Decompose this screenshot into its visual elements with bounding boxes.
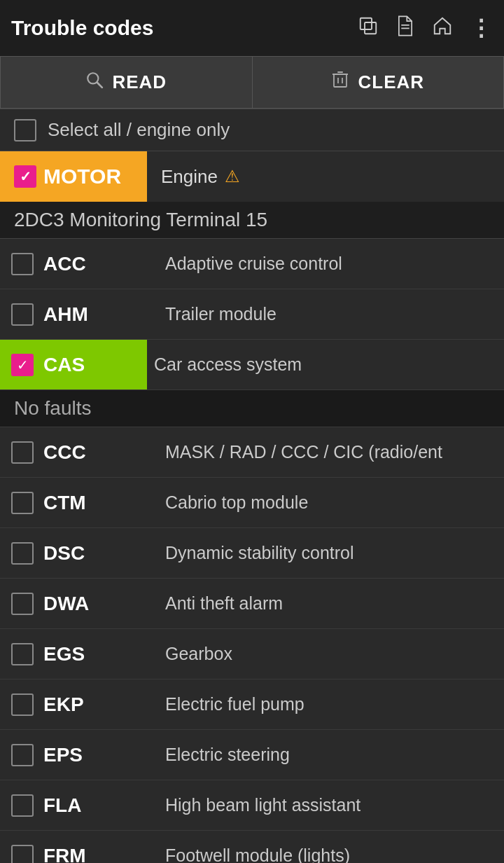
read-button[interactable]: READ bbox=[0, 56, 252, 109]
item-code: CTM bbox=[43, 492, 86, 514]
toolbar: READ CLEAR bbox=[0, 56, 504, 109]
list-item[interactable]: EPSElectric steering bbox=[0, 730, 504, 780]
motor-desc-text: Engine bbox=[161, 166, 218, 188]
item-description: Adaptive cruise control bbox=[158, 254, 493, 274]
item-code: EKP bbox=[43, 693, 84, 716]
item-checkbox[interactable] bbox=[11, 845, 34, 864]
list-item[interactable]: ACCAdaptive cruise control bbox=[0, 239, 504, 289]
read-label: READ bbox=[112, 71, 167, 93]
select-all-row[interactable]: Select all / engine only bbox=[0, 109, 504, 151]
select-all-checkbox[interactable] bbox=[14, 119, 36, 141]
clear-label: CLEAR bbox=[358, 71, 424, 93]
item-code: EPS bbox=[43, 744, 83, 766]
item-checkbox[interactable] bbox=[11, 744, 34, 766]
item-code: CCC bbox=[43, 441, 86, 464]
item-code: FLA bbox=[43, 794, 81, 817]
motor-code: MOTOR bbox=[43, 165, 121, 188]
item-checkbox[interactable] bbox=[11, 303, 34, 326]
more-icon[interactable]: ⋮ bbox=[470, 15, 493, 41]
item-code: DSC bbox=[43, 542, 85, 565]
clear-button[interactable]: CLEAR bbox=[252, 56, 505, 109]
motor-label[interactable]: ✓ MOTOR bbox=[0, 151, 147, 202]
item-checkbox[interactable] bbox=[11, 593, 34, 615]
items-list: ACCAdaptive cruise controlAHMTrailer mod… bbox=[0, 239, 504, 863]
item-description: MASK / RAD / CCC / CIC (radio/ent bbox=[158, 442, 493, 462]
item-code: ACC bbox=[43, 253, 86, 275]
delete-icon bbox=[331, 70, 349, 95]
item-code: CAS bbox=[43, 354, 85, 376]
home-icon[interactable] bbox=[432, 15, 453, 41]
item-checkbox[interactable] bbox=[11, 492, 34, 514]
search-icon bbox=[85, 71, 104, 94]
list-item[interactable]: EGSGearbox bbox=[0, 629, 504, 679]
item-code: DWA bbox=[43, 593, 89, 615]
item-checkbox[interactable] bbox=[11, 542, 34, 565]
item-description: Electric fuel pump bbox=[158, 694, 493, 714]
svg-line-5 bbox=[97, 83, 102, 88]
list-item[interactable]: CCCMASK / RAD / CCC / CIC (radio/ent bbox=[0, 427, 504, 478]
svg-rect-6 bbox=[334, 74, 346, 87]
motor-description: Engine ⚠ bbox=[147, 166, 240, 188]
item-description: Gearbox bbox=[158, 644, 493, 664]
copy-icon[interactable] bbox=[358, 15, 379, 41]
header: Trouble codes ⋮ bbox=[0, 0, 504, 56]
item-code: EGS bbox=[43, 643, 85, 665]
item-checkbox[interactable] bbox=[11, 693, 34, 716]
item-description: Car access system bbox=[147, 354, 493, 375]
item-description: Footwell module (lights) bbox=[158, 845, 493, 863]
select-all-label: Select all / engine only bbox=[48, 119, 230, 141]
item-description: Anti theft alarm bbox=[158, 593, 493, 614]
list-item[interactable]: CTMCabrio top module bbox=[0, 478, 504, 528]
header-icons: ⋮ bbox=[358, 15, 493, 42]
motor-checkbox[interactable]: ✓ bbox=[14, 165, 36, 188]
item-checkbox[interactable]: ✓ bbox=[11, 354, 34, 376]
item-description: Dynamic stability control bbox=[158, 543, 493, 563]
list-item[interactable]: EKPElectric fuel pump bbox=[0, 679, 504, 730]
item-description: Electric steering bbox=[158, 745, 493, 765]
motor-section: ✓ MOTOR Engine ⚠ bbox=[0, 151, 504, 202]
document-icon[interactable] bbox=[396, 15, 415, 42]
item-checkbox[interactable] bbox=[11, 441, 34, 464]
svg-rect-1 bbox=[360, 18, 372, 29]
list-item[interactable]: FRMFootwell module (lights) bbox=[0, 831, 504, 863]
item-code: AHM bbox=[43, 303, 88, 326]
dtc-header: 2DC3 Monitoring Terminal 15 bbox=[0, 202, 504, 239]
item-checkbox[interactable] bbox=[11, 253, 34, 275]
list-item[interactable]: FLAHigh beam light assistant bbox=[0, 780, 504, 831]
list-item[interactable]: ✓CASCar access system bbox=[0, 340, 504, 390]
item-description: High beam light assistant bbox=[158, 795, 493, 815]
svg-rect-0 bbox=[365, 22, 376, 34]
item-checkbox[interactable] bbox=[11, 643, 34, 665]
list-item[interactable]: DSCDynamic stability control bbox=[0, 528, 504, 579]
item-description: Trailer module bbox=[158, 304, 493, 324]
list-item[interactable]: AHMTrailer module bbox=[0, 289, 504, 340]
item-checkbox[interactable] bbox=[11, 794, 34, 817]
item-code: FRM bbox=[43, 845, 86, 864]
page-title: Trouble codes bbox=[11, 16, 344, 40]
dtc-code: 2DC3 Monitoring Terminal 15 bbox=[14, 209, 267, 230]
item-description: Cabrio top module bbox=[158, 492, 493, 513]
no-faults-banner: No faults bbox=[0, 390, 504, 427]
list-item[interactable]: DWAAnti theft alarm bbox=[0, 579, 504, 629]
warning-icon: ⚠ bbox=[225, 167, 240, 186]
